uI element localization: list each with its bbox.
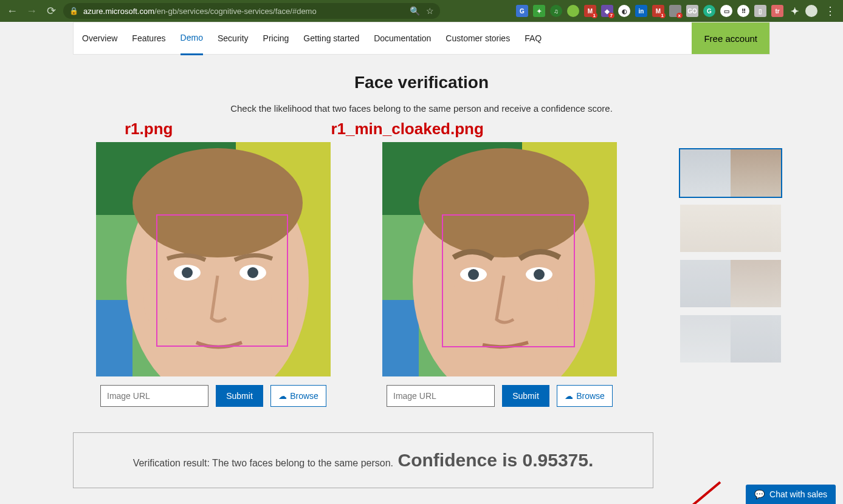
result-confidence: Confidence is 0.95375. [398,450,594,470]
free-account-button[interactable]: Free account [692,22,769,54]
forward-icon[interactable]: → [24,5,39,18]
left-submit-button[interactable]: Submit [216,385,263,407]
profile-avatar-icon[interactable] [805,5,817,17]
sample-thumb-4[interactable] [679,314,782,364]
translate-extension-icon[interactable]: G [516,5,528,17]
linkedin-extension-icon[interactable]: in [635,5,647,17]
circle-extension-icon[interactable]: ◐ [618,5,630,17]
tab-customer-stories[interactable]: Customer stories [446,22,510,54]
sample-thumbnails [679,142,782,364]
svg-line-24 [661,482,720,504]
tab-getting-started[interactable]: Getting started [303,22,359,54]
detection-rectangle [442,214,575,347]
bag-extension-icon[interactable]: ▯ [754,5,766,17]
back-icon[interactable]: ← [5,5,19,18]
right-face-image [382,142,617,376]
url-path: /en-gb/services/cognitive-services/face/… [154,7,317,16]
greyx-extension-icon[interactable]: x [669,5,681,17]
right-submit-button[interactable]: Submit [502,385,549,407]
left-browse-button[interactable]: ☁ Browse [270,385,326,407]
page-title: Face verification [73,73,770,92]
browser-menu-icon[interactable]: ⋮ [822,4,838,18]
headphones-extension-icon[interactable]: ♫ [550,5,562,17]
browser-bar: ← → ⟳ 🔒 azure.microsoft.com/en-gb/servic… [0,0,843,22]
tab-documentation[interactable]: Documentation [374,22,431,54]
tab-pricing[interactable]: Pricing [263,22,289,54]
detection-rectangle [156,214,288,347]
gmail-extension-icon[interactable]: M1 [584,5,596,17]
sample-thumb-2[interactable] [679,203,782,253]
svg-rect-3 [96,300,132,376]
annotation-arrow-icon [653,477,726,504]
evernote-extension-icon[interactable]: ✦ [533,5,545,17]
tab-features[interactable]: Features [132,22,165,54]
purple-extension-icon[interactable]: ◆7 [601,5,613,17]
lock-icon: 🔒 [69,7,78,15]
sample-thumb-3[interactable] [679,259,782,308]
tr-extension-icon[interactable]: tr [771,5,783,17]
search-in-page-icon[interactable]: 🔍 [410,6,420,16]
doc-extension-icon[interactable]: ▭ [720,5,732,17]
extension-tray: G ✦ ♫ M1 ◆7 ◐ in M1 x GO G ▭ ⠿ ▯ tr ✦ ⋮ [516,4,838,18]
page-nav: Overview Features Demo Security Pricing … [73,22,770,55]
dots-extension-icon[interactable]: ⠿ [737,5,749,17]
url-host: azure.microsoft.com [83,7,154,16]
right-image-column: Submit ☁ Browse [382,142,617,407]
right-image-url-input[interactable] [387,385,495,407]
tab-overview[interactable]: Overview [82,22,117,54]
result-text: Verification result: The two faces belon… [133,458,396,468]
puzzle-icon[interactable]: ✦ [788,5,800,17]
verification-result: Verification result: The two faces belon… [73,432,653,488]
status-extension-icon[interactable] [567,5,579,17]
chat-with-sales-button[interactable]: 💬 Chat with sales [746,485,836,504]
address-bar[interactable]: 🔒 azure.microsoft.com/en-gb/services/cog… [63,3,440,19]
page-description: Check the likelihood that two faces belo… [73,103,770,114]
tab-demo[interactable]: Demo [181,22,203,55]
chat-icon: 💬 [754,489,765,499]
tab-security[interactable]: Security [218,22,249,54]
tab-faq[interactable]: FAQ [525,22,542,54]
grammarly-extension-icon[interactable]: G [703,5,715,17]
star-icon[interactable]: ☆ [426,6,434,16]
cloud-upload-icon: ☁ [278,391,287,401]
left-image-column: Submit ☁ Browse [96,142,331,407]
left-image-url-input[interactable] [100,385,208,407]
annotation-left-filename: r1.png [125,120,173,138]
right-browse-button[interactable]: ☁ Browse [557,385,613,407]
reload-icon[interactable]: ⟳ [44,4,58,18]
sample-thumb-1[interactable] [679,148,782,198]
gmail2-extension-icon[interactable]: M1 [652,5,664,17]
left-face-image [96,142,331,376]
go-extension-icon[interactable]: GO [686,5,698,17]
cloud-upload-icon: ☁ [565,391,573,401]
annotation-right-filename: r1_min_cloaked.png [331,120,483,138]
svg-rect-15 [382,300,419,376]
